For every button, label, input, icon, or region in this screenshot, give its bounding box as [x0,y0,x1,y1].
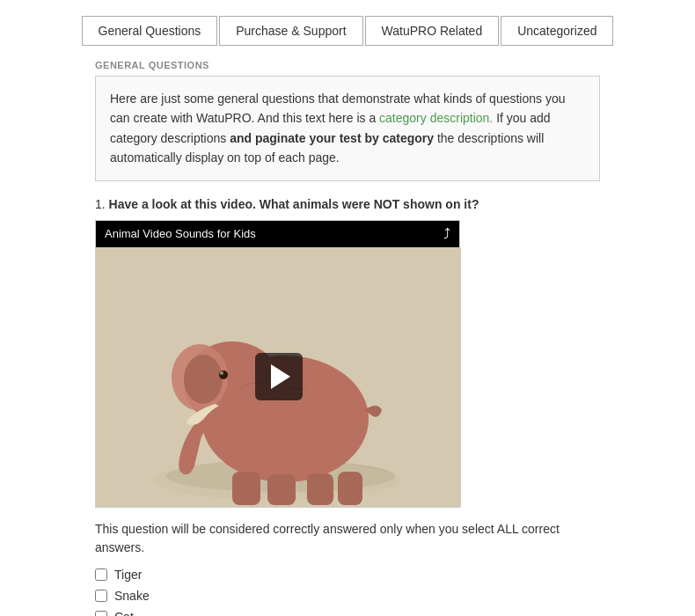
description-bold: and paginate your test by category [230,131,434,145]
video-title: Animal Video Sounds for Kids [105,227,256,240]
answer-tiger: Tiger [95,568,600,582]
svg-rect-10 [338,472,362,505]
video-player[interactable]: Animal Video Sounds for Kids ⤴ [95,220,460,508]
video-title-bar: Animal Video Sounds for Kids ⤴ [96,221,459,247]
cat-label: Cat [114,610,134,616]
snake-checkbox[interactable] [95,590,107,602]
svg-point-6 [184,355,223,404]
category-link: category description. [379,111,493,125]
description-text-2: And this text here is a [254,111,379,125]
answer-snake: Snake [95,589,600,603]
tab-general-questions[interactable]: General Questions [82,16,218,46]
share-icon[interactable]: ⤴ [443,226,450,242]
video-thumbnail[interactable] [96,247,461,507]
svg-rect-7 [232,472,260,505]
tab-uncategorized[interactable]: Uncategorized [501,16,613,46]
category-description-box: Here are just some general questions tha… [95,76,600,181]
question-area: 1. Have a look at this video. What anima… [95,197,600,616]
answer-cat: Cat [95,610,600,616]
cat-checkbox[interactable] [95,611,107,616]
play-button[interactable] [255,353,303,400]
snake-label: Snake [114,589,150,603]
section-label: GENERAL QUESTIONS [0,60,695,76]
play-triangle-icon [271,364,290,389]
correct-answer-note: This question will be considered correct… [95,520,600,557]
svg-point-12 [220,371,223,375]
tab-purchase-support[interactable]: Purchase & Support [219,16,362,46]
question-1: 1. Have a look at this video. What anima… [95,197,600,211]
question-text: Have a look at this video. What animals … [109,197,479,211]
svg-rect-8 [267,474,296,505]
svg-rect-9 [307,473,333,505]
tabs-bar: General Questions Purchase & Support Wat… [0,0,695,60]
svg-point-11 [219,370,228,379]
tiger-checkbox[interactable] [95,568,107,581]
tab-watupro-related[interactable]: WatuPRO Related [365,16,500,46]
tiger-label: Tiger [114,568,142,582]
question-number-label: 1. [95,197,106,211]
